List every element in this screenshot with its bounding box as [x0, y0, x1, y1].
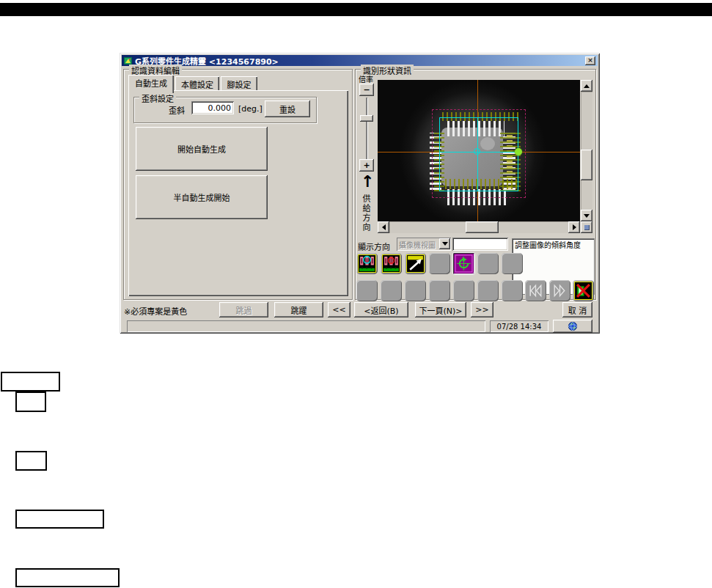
image-corner-button[interactable] — [581, 221, 592, 233]
skew-unit-label: [deg.] — [238, 104, 263, 114]
close-button[interactable]: × — [585, 56, 595, 65]
reset-button-label: 重設 — [279, 103, 296, 115]
tool-blank-3-button[interactable] — [502, 253, 523, 274]
image-hscrollbar[interactable] — [378, 221, 580, 233]
magnification-label: 倍率 — [359, 73, 373, 84]
tool-jump-arrow-button[interactable] — [405, 253, 426, 274]
top-banner — [0, 3, 712, 16]
tool-blank-2-button[interactable] — [477, 253, 499, 274]
scroll-left-button[interactable] — [378, 221, 389, 233]
tool-blank-6-button[interactable] — [405, 280, 426, 301]
start-auto-generate-label: 開始自動生成 — [177, 143, 226, 155]
required-note: ※必須專案是黃色 — [124, 305, 187, 317]
form-box-5[interactable] — [15, 568, 120, 587]
camera-image[interactable] — [378, 80, 580, 221]
status-message-field — [127, 320, 485, 332]
tab-body-settings-label: 本體設定 — [181, 81, 213, 90]
tab-auto-generate[interactable]: 自動生成 — [128, 75, 174, 93]
display-direction-label: 顯示方向 — [358, 240, 390, 252]
scroll-left-icon — [382, 224, 386, 230]
hint-text-line1: 調整圖像的傾斜角度 — [515, 240, 592, 250]
jump-button-label: 跳躍 — [291, 304, 307, 316]
view-mode-value: 攝像機視圖 — [399, 239, 436, 250]
image-vscrollbar[interactable] — [581, 80, 592, 221]
pin-search-cyan-icon — [358, 254, 376, 273]
zoom-slider-track[interactable] — [366, 98, 367, 159]
form-box-3[interactable] — [15, 451, 47, 471]
status-time-field: 07/28 14:34 — [490, 320, 548, 332]
page: { "window": { "title": "G系列零件生成精靈 <12345… — [0, 0, 712, 588]
reset-button[interactable]: 重設 — [265, 100, 310, 117]
rotate-icon — [455, 254, 473, 273]
scroll-right-button[interactable] — [568, 221, 580, 233]
scroll-down-icon — [584, 214, 590, 218]
semi-auto-generate-label: 半自動生成開始 — [174, 191, 230, 203]
start-auto-generate-button[interactable]: 開始自動生成 — [136, 127, 268, 171]
skew-field-label: 歪斜 — [169, 104, 185, 116]
form-box-4[interactable] — [15, 510, 104, 529]
up-arrow-icon: ↑ — [361, 174, 374, 190]
form-box-1[interactable] — [1, 372, 60, 392]
cancel-button[interactable]: 取 消 — [562, 302, 592, 317]
hscroll-thumb[interactable] — [466, 221, 499, 233]
chevron-down-icon — [442, 242, 448, 246]
cancel-x-icon — [574, 282, 592, 300]
tool-blank-1-button[interactable] — [429, 253, 450, 274]
fast-back-button[interactable]: << — [328, 302, 351, 317]
scroll-up-icon — [584, 84, 590, 88]
globe-icon — [568, 321, 578, 331]
scroll-up-button[interactable] — [581, 80, 592, 92]
back-button-label: <返回(B) — [364, 304, 398, 316]
scroll-down-button[interactable] — [581, 210, 592, 221]
back-button[interactable]: <返回(B) — [354, 302, 408, 317]
vscroll-thumb[interactable] — [581, 150, 592, 180]
title-bar[interactable]: G系列零件生成精靈 <1234567890> × — [122, 55, 598, 66]
next-button[interactable]: 下一頁(N)> — [415, 302, 466, 317]
skip-button: 跳過 — [219, 302, 268, 317]
tool-pin-search-cyan-button[interactable] — [356, 253, 378, 274]
jump-arrow-icon — [406, 254, 425, 273]
globe-button[interactable] — [553, 320, 592, 333]
feed-direction-label: 供給方向 — [359, 194, 371, 240]
combobox-dropdown-button[interactable] — [439, 238, 450, 249]
skew-group-label: 歪斜設定 — [139, 92, 176, 104]
form-box-2[interactable] — [15, 392, 46, 412]
center-marker[interactable] — [474, 148, 480, 155]
zoom-in-button[interactable]: + — [359, 159, 374, 172]
edit-data-group: 認識資料編輯 自動生成 本體設定 腳設定 歪斜設定 歪斜 [deg.] 重設 — [123, 69, 353, 300]
minus-icon: − — [363, 85, 370, 95]
tab-auto-generate-label: 自動生成 — [135, 79, 167, 89]
double-right-arrow-icon — [551, 282, 569, 300]
semi-auto-generate-button[interactable]: 半自動生成開始 — [136, 175, 268, 219]
shape-info-group: 識別形狀資訊 倍率 − + ↑ 供給方向 — [355, 69, 596, 300]
tool-blank-8-button[interactable] — [453, 280, 474, 301]
fast-next-button[interactable]: >> — [471, 302, 493, 317]
skew-value-input[interactable] — [191, 101, 234, 114]
skew-group: 歪斜設定 歪斜 [deg.] 重設 — [133, 97, 317, 123]
step-previous-button[interactable] — [525, 280, 546, 301]
timestamp: 07/28 14:34 — [497, 323, 542, 331]
step-next-button[interactable] — [549, 280, 570, 301]
cancel-button-label: 取 消 — [568, 304, 587, 316]
overlay-rect-cyan[interactable] — [439, 117, 518, 191]
tool-pin-search-red-button[interactable] — [381, 253, 402, 274]
hint-text-line2: 。 — [515, 250, 592, 260]
tool-blank-7-button[interactable] — [429, 280, 450, 301]
next-button-label: 下一頁(N)> — [419, 304, 462, 316]
wizard-dialog: G系列零件生成精靈 <1234567890> × 認識資料編輯 自動生成 本體設… — [120, 53, 600, 334]
exit-tool-button[interactable] — [573, 280, 594, 301]
jump-button[interactable]: 跳躍 — [274, 302, 323, 317]
tool-blank-10-button[interactable] — [502, 280, 523, 301]
zoom-out-button[interactable]: − — [359, 84, 374, 96]
tool-blank-4-button[interactable] — [356, 280, 378, 301]
tool-rotate-button[interactable] — [453, 253, 474, 274]
tool-blank-9-button[interactable] — [477, 280, 499, 301]
tool-blank-5-button[interactable] — [381, 280, 402, 301]
direction-value-field[interactable] — [452, 238, 508, 251]
scroll-right-icon — [573, 224, 576, 230]
zoom-slider-thumb[interactable] — [360, 115, 373, 122]
pin-search-red-icon — [382, 254, 400, 273]
window-title: G系列零件生成精靈 <1234567890> — [135, 55, 583, 67]
edge-handle-green[interactable] — [515, 148, 522, 155]
view-mode-combobox[interactable]: 攝像機視圖 — [397, 238, 451, 251]
